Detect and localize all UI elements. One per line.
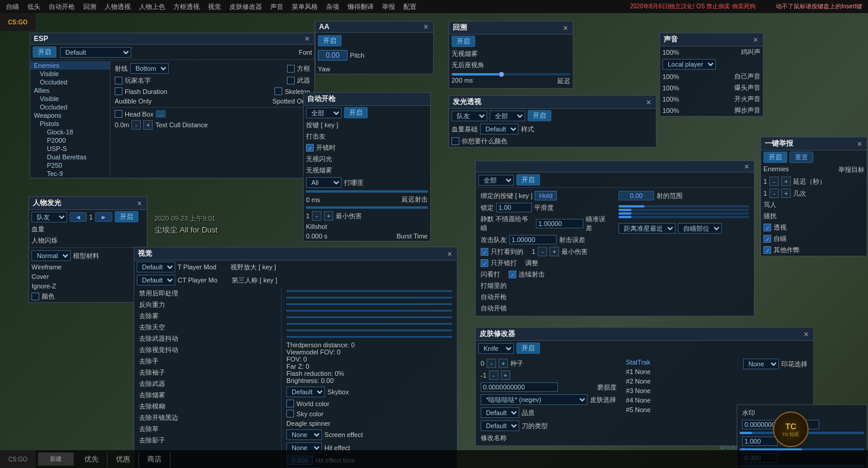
distance-plus[interactable]: + <box>143 120 153 130</box>
esp-default-dropdown[interactable]: Default <box>60 47 131 58</box>
glow-toggle[interactable]: 开启 <box>528 110 551 121</box>
line-dropdown[interactable]: Bottom <box>130 63 169 74</box>
menu-auto-shoot[interactable]: 自动开枪 <box>45 1 78 12</box>
renbao-prev[interactable]: ◄ <box>70 212 87 222</box>
weapon-checkbox[interactable] <box>287 77 295 84</box>
local-player-dropdown[interactable]: Local player <box>662 59 716 70</box>
renbao-team-dropdown[interactable]: 队友 <box>31 212 67 222</box>
menu-translate[interactable]: 懒得翻译 <box>344 1 377 12</box>
auto-dmg-slider[interactable] <box>306 206 428 209</box>
report-toggle[interactable]: 开启 <box>763 152 787 163</box>
esp-toggle[interactable]: 开启 <box>33 46 56 58</box>
glow-close[interactable]: × <box>645 98 652 106</box>
renbao-toggle[interactable]: 开启 <box>115 211 138 222</box>
distance-minus[interactable]: - <box>131 120 141 130</box>
renbao-color-checkbox[interactable] <box>31 293 39 300</box>
scale-input[interactable] <box>742 436 778 446</box>
aa-toggle[interactable]: 开启 <box>318 35 342 46</box>
aimbot-only-see-check[interactable] <box>481 248 488 256</box>
box-checkbox[interactable] <box>287 65 295 73</box>
skin-close[interactable]: × <box>803 330 810 338</box>
enemies-occluded[interactable]: Occluded <box>30 78 110 86</box>
skin-header[interactable]: 皮肤修改器 × <box>476 328 813 341</box>
aimbot-precision-input[interactable] <box>536 219 583 228</box>
menu-backtrack[interactable]: 回溯 <box>80 1 100 12</box>
screen-effect-dropdown[interactable]: None <box>286 429 322 440</box>
skeleton-checkbox[interactable] <box>274 87 282 95</box>
player-name-checkbox[interactable] <box>115 77 122 84</box>
sound-header[interactable]: 声音 × <box>660 33 763 46</box>
auto-shoot-header[interactable]: 自动开枪 <box>304 93 430 106</box>
skybox-dropdown[interactable]: Default <box>286 387 325 397</box>
menu-report[interactable]: 举报 <box>378 1 399 12</box>
aimbot-toggle[interactable]: 开启 <box>516 174 540 186</box>
aimbot-header[interactable]: × <box>476 161 754 172</box>
report-times-minus[interactable]: - <box>769 189 779 198</box>
report-delay-minus[interactable]: - <box>769 177 779 186</box>
world-color-check[interactable] <box>286 400 294 407</box>
renbao-next[interactable]: ► <box>95 212 112 222</box>
menu-auto-aim[interactable]: 自瞄 <box>2 1 23 12</box>
quality-dropdown[interactable]: Default <box>481 407 519 418</box>
tab-discount[interactable]: 优惠 <box>108 452 139 467</box>
glow-team-dropdown[interactable]: 队友 <box>452 111 487 121</box>
report-times-plus[interactable]: + <box>781 189 791 198</box>
menu-skin[interactable]: 皮肤修改器 <box>226 1 266 12</box>
aimbot-continuous-check[interactable] <box>509 271 516 278</box>
glow-default-dropdown[interactable]: Default <box>480 124 519 134</box>
sky-color-check[interactable] <box>286 410 294 417</box>
distance-nearest-dropdown[interactable]: 距离准星最近 <box>618 223 676 234</box>
float-plus[interactable]: + <box>501 370 510 380</box>
flash-checkbox[interactable] <box>115 87 122 95</box>
report-header[interactable]: 一键举报 × <box>761 137 867 150</box>
skin-toggle[interactable]: 开启 <box>516 343 540 354</box>
aa-close[interactable]: × <box>422 23 430 31</box>
tec9-item[interactable]: Tec-9 <box>30 169 110 178</box>
shijue-header[interactable]: 视觉 × <box>134 247 457 260</box>
aimbot-close[interactable]: × <box>743 162 750 171</box>
ct-player-dropdown[interactable]: Default <box>137 275 175 285</box>
aimbot-only-scope-check[interactable] <box>481 259 488 267</box>
renbao-header[interactable]: 人物发光 × <box>29 197 147 210</box>
auto-delay-slider[interactable] <box>306 190 428 193</box>
t-player-dropdown[interactable]: Default <box>137 262 175 272</box>
menu-player-esp[interactable]: 人物透视 <box>101 1 134 12</box>
glock18-item[interactable]: Glock-18 <box>30 128 110 136</box>
report-close[interactable]: × <box>856 140 863 148</box>
seed-plus[interactable]: + <box>498 359 508 368</box>
menu-player-color[interactable]: 人物上色 <box>135 1 169 12</box>
aimbot-shoot-err-input[interactable] <box>509 235 557 244</box>
auto-toggle[interactable]: 开启 <box>344 107 368 118</box>
menu-sound[interactable]: 声音 <box>267 1 287 12</box>
aimbot-min-minus[interactable]: - <box>538 247 547 256</box>
sound-close[interactable]: × <box>752 36 759 44</box>
enemies-item[interactable]: Enemies <box>30 61 110 70</box>
report-aimbot-check[interactable] <box>763 235 771 243</box>
seed-minus[interactable]: - <box>487 359 496 368</box>
report-vision-check[interactable] <box>763 224 771 231</box>
weapons-item[interactable]: Weapons <box>30 111 110 120</box>
menu-misc[interactable]: 杂项 <box>323 1 343 12</box>
aimbot-smooth-input[interactable] <box>496 203 532 212</box>
auto-dmg-plus[interactable]: + <box>324 211 333 221</box>
menu-box-esp[interactable]: 方框透视 <box>170 1 203 12</box>
tab-shop[interactable]: 商店 <box>139 452 171 467</box>
wear-input[interactable] <box>481 382 558 392</box>
knife-type-dropdown[interactable]: Default <box>481 420 519 431</box>
auto-part-dropdown[interactable]: 自瞄部位 <box>678 223 722 234</box>
menu-low-head[interactable]: 低头 <box>24 1 44 12</box>
renbao-close[interactable]: × <box>136 199 143 208</box>
shijue-close[interactable]: × <box>446 250 453 258</box>
menu-config[interactable]: 配置 <box>400 1 420 12</box>
negev-dropdown[interactable]: *哒哒哒哒* (negev) <box>481 394 588 405</box>
headbox-checkbox[interactable] <box>115 110 122 118</box>
menu-visual[interactable]: 视觉 <box>204 1 225 12</box>
huida-header[interactable]: 回溯 × <box>449 21 573 34</box>
allies-item[interactable]: Allies <box>30 86 110 95</box>
report-reset[interactable]: 重置 <box>790 152 813 163</box>
auto-body-dropdown[interactable]: All <box>306 177 342 188</box>
menu-style[interactable]: 菜单风格 <box>288 1 321 12</box>
skin-knife-dropdown[interactable]: Knife <box>478 343 514 354</box>
head-box-more[interactable]: ... <box>156 110 165 118</box>
aimbot-all-dropdown[interactable]: 全部 <box>478 175 514 186</box>
